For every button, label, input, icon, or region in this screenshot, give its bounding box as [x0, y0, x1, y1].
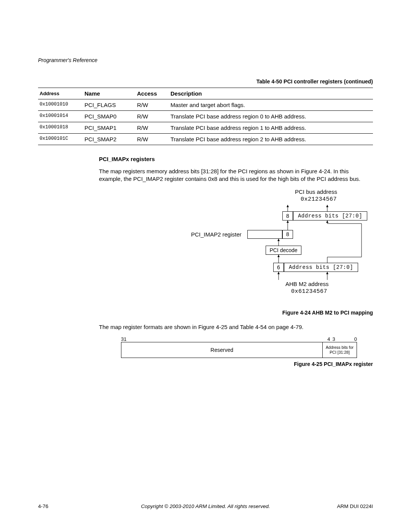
- pci-nibble-box: 8: [282, 211, 293, 220]
- running-head: Programmer's Reference: [38, 57, 373, 63]
- figure-4-24: PCI bus address 0x21234567 8 Address bit…: [160, 189, 373, 307]
- cell-address: 0x1000101C: [38, 134, 83, 145]
- figure-4-25: 31 4 3 0 Reserved Address bits for PCI […: [121, 336, 357, 358]
- cell-address: 0x10001014: [38, 111, 83, 122]
- table-row: 0x10001018 PCI_SMAP1 R/W Translate PCI b…: [38, 122, 373, 134]
- page-number: 4-76: [38, 503, 48, 509]
- cell-name: PCI_SMAP2: [83, 134, 135, 145]
- th-description: Description: [169, 88, 373, 99]
- pci-decode-box: PCI decode: [266, 246, 301, 255]
- bit-label-0: 0: [354, 336, 357, 342]
- cell-address: 0x10001018: [38, 122, 83, 134]
- pci-addr-bits-box: Address bits [27:0]: [293, 211, 367, 220]
- table-row: 0x10001010 PCI_FLAGS R/W Master and targ…: [38, 99, 373, 111]
- cell-name: PCI_SMAP0: [83, 111, 135, 122]
- bit-ruler: 31 4 3 0: [121, 336, 357, 342]
- table-row: 0x1000101C PCI_SMAP2 R/W Translate PCI b…: [38, 134, 373, 145]
- table-row: 0x10001014 PCI_SMAP0 R/W Translate PCI b…: [38, 111, 373, 122]
- th-access: Access: [135, 88, 169, 99]
- cell-access: R/W: [135, 99, 169, 111]
- cell-address: 0x10001010: [38, 99, 83, 111]
- copyright: Copyright © 2003-2010 ARM Limited. All r…: [141, 503, 270, 509]
- figure-4-24-caption: Figure 4-24 AHB M2 to PCI mapping: [99, 310, 373, 316]
- cell-access: R/W: [135, 111, 169, 122]
- pci-imap2-register-label: PCI_IMAP2 register: [191, 231, 242, 238]
- field-address-bits: Address bits for PCI [31:28]: [323, 342, 357, 358]
- ahb-addr-bits-box: Address bits [27:0]: [284, 263, 358, 272]
- ahb-nibble-box: 6: [273, 263, 284, 272]
- paragraph: The map register formats are shown in Fi…: [99, 323, 373, 331]
- page: Programmer's Reference Table 4-50 PCI co…: [0, 0, 411, 532]
- pci-bus-address-label: PCI bus address: [295, 189, 337, 195]
- cell-access: R/W: [135, 134, 169, 145]
- ahb-m2-address-label: AHB M2 address: [285, 281, 328, 287]
- doc-id: ARM DUI 0224I: [337, 503, 373, 509]
- register-fields: Reserved Address bits for PCI [31:28]: [121, 342, 357, 358]
- bit-label-31: 31: [121, 336, 126, 342]
- page-footer: 4-76 Copyright © 2003-2010 ARM Limited. …: [38, 503, 373, 509]
- pci-imap2-value-box: 8: [282, 230, 293, 239]
- cell-access: R/W: [135, 122, 169, 134]
- cell-desc: Master and target abort flags.: [169, 99, 373, 111]
- cell-desc: Translate PCI base address region 0 to A…: [169, 111, 373, 122]
- section-pci-imapx: PCI_IMAPx registers The map registers me…: [99, 156, 373, 367]
- bit-label-4: 4: [327, 336, 330, 342]
- th-name: Name: [83, 88, 135, 99]
- section-heading: PCI_IMAPx registers: [99, 156, 373, 162]
- field-reserved: Reserved: [121, 342, 323, 358]
- th-address: Address: [38, 88, 83, 99]
- pci-imap2-register-box: [247, 230, 282, 239]
- pci-bus-address-value: 0x21234567: [301, 196, 337, 203]
- ahb-m2-address-value: 0x61234567: [291, 288, 327, 295]
- table-caption: Table 4-50 PCI controller registers (con…: [38, 78, 373, 85]
- cell-name: PCI_SMAP1: [83, 122, 135, 134]
- table-header-row: Address Name Access Description: [38, 88, 373, 99]
- cell-name: PCI_FLAGS: [83, 99, 135, 111]
- figure-4-25-caption: Figure 4-25 PCI_IMAPx register: [99, 361, 373, 367]
- bit-label-3: 3: [333, 336, 335, 342]
- cell-desc: Translate PCI base address region 2 to A…: [169, 134, 373, 145]
- register-table: Address Name Access Description 0x100010…: [38, 88, 373, 145]
- cell-desc: Translate PCI base address region 1 to A…: [169, 122, 373, 134]
- paragraph: The map registers memory address bits [3…: [99, 168, 373, 183]
